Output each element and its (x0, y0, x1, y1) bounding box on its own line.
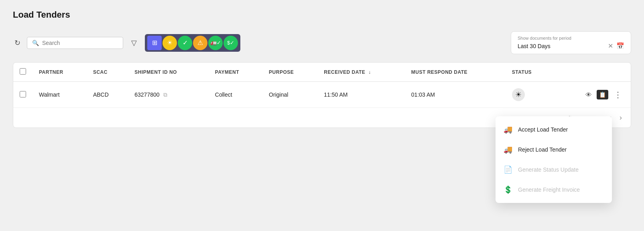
period-actions: ✕ 📅 (608, 42, 624, 50)
filter-icon-group: ⊞ ☀ ✓ ⚠ 🚛✓ $✓ (145, 34, 240, 52)
period-label: Show documents for period (518, 36, 624, 41)
dollar-check-filter-button[interactable]: $✓ (223, 36, 238, 50)
accepted-filter-button[interactable]: ✓ (178, 36, 192, 50)
header-actions (553, 63, 631, 82)
grid-icon: ⊞ (152, 39, 157, 47)
truck-check-filter-button[interactable]: 🚛✓ (208, 36, 223, 50)
row-shipment-id: 63277800 ⧉ (128, 82, 209, 108)
search-box: 🔍 (27, 37, 123, 49)
document-edit-icon: 📋 (599, 91, 606, 98)
row-purpose: Original (262, 82, 317, 108)
accept-truck-icon: 🚚 (504, 125, 512, 134)
row-checkbox[interactable] (20, 91, 26, 97)
status-sun-icon: ☀ (512, 88, 525, 101)
row-actions-cell: 👁 📋 ⋮ (553, 82, 631, 108)
period-value: Last 30 Days (518, 43, 551, 49)
row-partner: Walmart (33, 82, 87, 108)
edit-document-button[interactable]: 📋 (597, 90, 608, 99)
more-options-button[interactable]: ⋮ (611, 89, 624, 100)
pending-filter-button[interactable]: ☀ (163, 36, 177, 50)
header-shipment-id: SHIPMENT ID NO (128, 63, 209, 82)
clear-period-button[interactable]: ✕ (608, 42, 613, 50)
warning-icon: ⚠ (197, 39, 203, 47)
search-icon: 🔍 (32, 40, 39, 46)
context-menu-status-update-label: Generate Status Update (518, 166, 579, 173)
context-menu-item-accept[interactable]: 🚚 Accept Load Tender (496, 120, 612, 140)
context-menu-reject-label: Reject Load Tender (518, 146, 567, 153)
grid-view-button[interactable]: ⊞ (147, 36, 162, 50)
row-must-respond-date: 01:03 AM (405, 82, 506, 108)
warning-filter-button[interactable]: ⚠ (193, 36, 207, 50)
load-tenders-table: Partner SCAC SHIPMENT ID NO Payment Purp… (13, 63, 631, 108)
sort-arrow-icon: ↓ (368, 69, 371, 75)
period-value-row: Last 30 Days ✕ 📅 (518, 42, 624, 50)
calendar-button[interactable]: 📅 (616, 42, 624, 50)
freight-invoice-icon: 💲 (504, 185, 512, 194)
header-must-respond-date: MUST RESPOND DATE (405, 63, 506, 82)
next-page-button[interactable]: › (617, 113, 624, 123)
row-status: ☀ (506, 82, 553, 108)
period-selector: Show documents for period Last 30 Days ✕… (511, 31, 631, 54)
row-actions: 👁 📋 ⋮ (559, 89, 624, 101)
context-menu-item-status-update: 📄 Generate Status Update (496, 160, 612, 180)
dollar-check-icon: $✓ (227, 40, 234, 46)
refresh-button[interactable]: ↻ (13, 37, 22, 49)
refresh-icon: ↻ (14, 38, 20, 47)
header-payment: Payment (209, 63, 262, 82)
check-icon: ✓ (183, 39, 188, 47)
header-partner: Partner (33, 63, 87, 82)
context-menu-item-reject[interactable]: 🚚 Reject Load Tender (496, 140, 612, 160)
filter-button[interactable]: ▽ (128, 37, 140, 49)
copy-icon[interactable]: ⧉ (163, 91, 167, 98)
context-menu-item-freight-invoice: 💲 Generate Freight Invoice (496, 180, 612, 200)
document-eye-icon: 👁 (585, 91, 592, 98)
header-checkbox-cell (13, 63, 33, 82)
row-checkbox-cell (13, 82, 33, 108)
toolbar: ↻ 🔍 ▽ ⊞ ☀ ✓ ⚠ (13, 31, 631, 54)
sun-icon: ☀ (167, 39, 173, 47)
header-received-date[interactable]: RECEIVED DATE ↓ (317, 63, 405, 82)
header-purpose: Purpose (262, 63, 317, 82)
row-scac: ABCD (87, 82, 128, 108)
filter-icon: ▽ (131, 39, 137, 47)
context-menu-freight-invoice-label: Generate Freight Invoice (518, 186, 580, 193)
header-scac: SCAC (87, 63, 128, 82)
search-input[interactable] (42, 40, 118, 46)
truck-check-icon: 🚛✓ (210, 40, 221, 46)
page-title: Load Tenders (13, 10, 631, 20)
select-all-checkbox[interactable] (20, 68, 26, 75)
table-header-row: Partner SCAC SHIPMENT ID NO Payment Purp… (13, 63, 631, 82)
row-payment: Collect (209, 82, 262, 108)
row-received-date: 11:50 AM (317, 82, 405, 108)
context-menu-accept-label: Accept Load Tender (518, 126, 568, 133)
status-update-icon: 📄 (504, 165, 512, 174)
reject-truck-icon: 🚚 (504, 145, 512, 154)
context-menu: 🚚 Accept Load Tender 🚚 Reject Load Tende… (496, 116, 612, 203)
table-row: Walmart ABCD 63277800 ⧉ Collect Original… (13, 82, 631, 108)
header-status: Status (506, 63, 553, 82)
view-document-button[interactable]: 👁 (584, 89, 593, 101)
